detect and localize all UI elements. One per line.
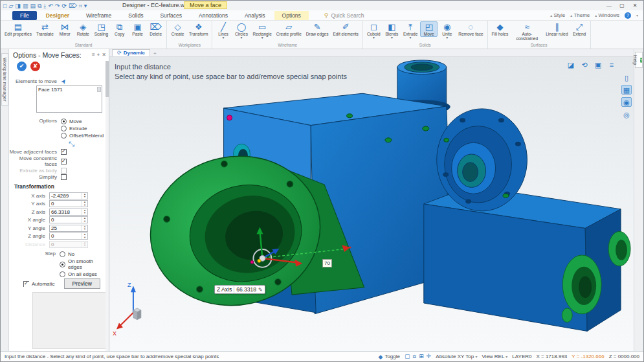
statusbar-tool-icon[interactable]: ▢	[405, 353, 410, 360]
number-input[interactable]: 0 ▲▼	[49, 232, 88, 240]
number-input[interactable]: 25 ▲▼	[49, 225, 88, 232]
quick-access-icon[interactable]: ▥	[23, 3, 28, 9]
quick-access-icon[interactable]: ▾	[84, 3, 87, 9]
quick-access-icon[interactable]: ⤓	[43, 3, 46, 9]
ribbon-button[interactable]: ◌Remove face▼	[456, 21, 485, 37]
spinner-arrows[interactable]: ▲▼	[82, 233, 87, 239]
option-radio[interactable]: Extrude	[61, 126, 104, 131]
viewport-tool-icon[interactable]: ▣	[593, 60, 603, 69]
ribbon-tab[interactable]: Designer	[38, 11, 77, 20]
step-radio[interactable]: On all edges	[60, 271, 109, 277]
ribbon-button[interactable]: ◆Fill holes▼	[490, 21, 511, 37]
toggle-control[interactable]: ◆ Toggle	[378, 354, 400, 360]
ribbon-button[interactable]: ⌦Delete▼	[147, 21, 164, 37]
help-tab[interactable]: ? Help	[635, 52, 643, 68]
viewport-tool-icon[interactable]: ▦	[621, 85, 632, 95]
viewport-tool-icon[interactable]: ▯	[621, 73, 632, 82]
ribbon-tab[interactable]: Wireframe	[78, 11, 119, 20]
option-radio[interactable]: Move	[61, 119, 104, 124]
option-radio[interactable]: Offset/Reblend	[61, 133, 104, 139]
ribbon-button[interactable]: ◇Create▼	[169, 21, 186, 37]
viewport-tool-icon[interactable]: ≡	[606, 60, 617, 69]
viewport-tool-icon[interactable]: ⟲	[579, 60, 590, 69]
ribbon-button[interactable]: ╱Lines▼	[214, 21, 232, 40]
ribbon-tab[interactable]: Analysis	[237, 11, 273, 20]
quick-access-icon[interactable]: ↶	[48, 3, 53, 9]
ribbon-button[interactable]: ✐Edit elements▼	[331, 21, 360, 37]
number-input[interactable]: 0 ▲▼	[49, 200, 88, 207]
ribbon-tab[interactable]: Annotations	[191, 11, 236, 20]
viewport-tool-icon[interactable]: ◉	[621, 97, 632, 107]
ribbon-button[interactable]: ≈Auto-constrained▼	[511, 21, 543, 41]
ribbon-button[interactable]: ◰Move▼	[420, 21, 438, 37]
quick-access-icon[interactable]: ▤	[30, 3, 36, 9]
spinner-arrows[interactable]: ▲▼	[82, 217, 87, 223]
ribbon-button[interactable]: ▤Edit properties▼	[3, 21, 34, 37]
ribbon-button[interactable]: ⤢Extend▼	[571, 21, 588, 37]
ribbon-button[interactable]: ⤒Extrude▼	[401, 21, 419, 40]
ribbon-tab[interactable]: Options	[274, 11, 309, 20]
spinner-arrows[interactable]: ▲▼	[82, 209, 87, 215]
z-axis-tooltip[interactable]: Z Axis 66.3318 ✎	[214, 285, 265, 294]
number-input[interactable]: 0 ▲▼	[49, 241, 88, 248]
quick-access-icon[interactable]: ⟳	[61, 3, 67, 9]
ribbon-button[interactable]: ◈Rotate▼	[74, 21, 92, 37]
ribbon-button[interactable]: ❖Transform▼	[187, 21, 210, 37]
quick-access-icon[interactable]: ◨	[15, 3, 21, 9]
cancel-button[interactable]: ✘	[30, 62, 40, 71]
window-menu-item[interactable]: ▴ Theme	[570, 12, 590, 18]
spinner-arrows[interactable]: ▲▼	[82, 201, 87, 207]
ribbon-button[interactable]: ⋈Mirror▼	[56, 21, 74, 37]
edit-pencil-icon[interactable]: ✎	[258, 287, 263, 293]
window-menu-item[interactable]: ▴ Style	[550, 12, 565, 18]
3d-scene[interactable]: Z X	[109, 57, 634, 351]
spinner-arrows[interactable]: ▲▼	[82, 225, 87, 231]
quick-access-icon[interactable]: ▱	[8, 3, 13, 9]
ribbon-button[interactable]: ⇄Translate▼	[34, 21, 56, 37]
help-icon[interactable]: ?	[625, 12, 631, 19]
number-input[interactable]: 0 ▲▼	[49, 216, 88, 223]
number-input[interactable]: 66.3318 ▲▼	[49, 209, 88, 216]
elements-list[interactable]: Face 1571	[36, 85, 102, 113]
preview-button[interactable]: Preview	[64, 278, 100, 289]
ribbon-tab[interactable]: Solids	[120, 11, 151, 20]
automatic-checkbox[interactable]	[23, 281, 29, 287]
ribbon-button[interactable]: ⧉Copy▼	[111, 21, 128, 37]
panel-scrollbar[interactable]	[105, 61, 109, 351]
spinner-arrows[interactable]: ▲▼	[82, 193, 87, 199]
viewport-tool-icon[interactable]: ◎	[621, 109, 632, 119]
ribbon-button[interactable]: ◯Circles▼	[232, 21, 250, 40]
ribbon-button[interactable]: ◳Scaling▼	[93, 21, 110, 37]
checkbox-row[interactable]: Move adjacent faces	[9, 149, 109, 155]
viewport-3d[interactable]: Z X Input the distance Select any kind o…	[109, 57, 634, 351]
statusbar-tool-icon[interactable]: ✛	[427, 353, 432, 360]
ribbon-button[interactable]: ▭Rectangle▼	[250, 21, 273, 40]
window-menu-item[interactable]: ▴ Windows	[595, 12, 619, 18]
quick-access-icon[interactable]: □	[3, 3, 6, 9]
ribbon-tab[interactable]: Surfaces	[152, 11, 190, 20]
spinner-arrows[interactable]: ▲▼	[82, 242, 87, 247]
ribbon-button[interactable]: ◻Cuboid▼	[365, 21, 383, 40]
list-scrollbar[interactable]	[97, 87, 101, 92]
viewport-tool-icon[interactable]: ◪	[566, 60, 576, 69]
quick-search[interactable]: ⚲ Quick Search	[324, 12, 364, 19]
quick-access-icon[interactable]: ↷	[55, 3, 60, 9]
step-radio[interactable]: No	[60, 251, 109, 257]
ribbon-button[interactable]: ◧Blends▼	[383, 21, 401, 40]
checkbox-row[interactable]: Simplify	[9, 174, 109, 180]
add-tab-button[interactable]: +	[150, 51, 160, 56]
window-button[interactable]: ▢	[616, 2, 628, 10]
quick-access-icon[interactable]: ⌦	[69, 3, 77, 9]
panel-header-icon[interactable]: ≡	[92, 52, 95, 58]
ribbon-tab[interactable]: File	[12, 11, 37, 20]
ribbon-button[interactable]: ▱Create profile▼	[274, 21, 304, 37]
coordinate-mode-dropdown[interactable]: Absolute XY Top ▾	[436, 354, 477, 359]
layer-indicator[interactable]: LAYER0	[512, 354, 531, 359]
checkbox-row[interactable]: Extrude as body	[9, 168, 109, 174]
panel-header-icon[interactable]: ✕	[102, 52, 106, 58]
window-button[interactable]: —	[603, 2, 615, 10]
quick-access-icon[interactable]: ⌗	[79, 3, 82, 9]
checkbox-row[interactable]: Move concentric faces	[9, 155, 109, 167]
statusbar-tool-icon[interactable]: ⧈	[412, 353, 416, 360]
quick-access-icon[interactable]: ⧉	[38, 3, 41, 9]
